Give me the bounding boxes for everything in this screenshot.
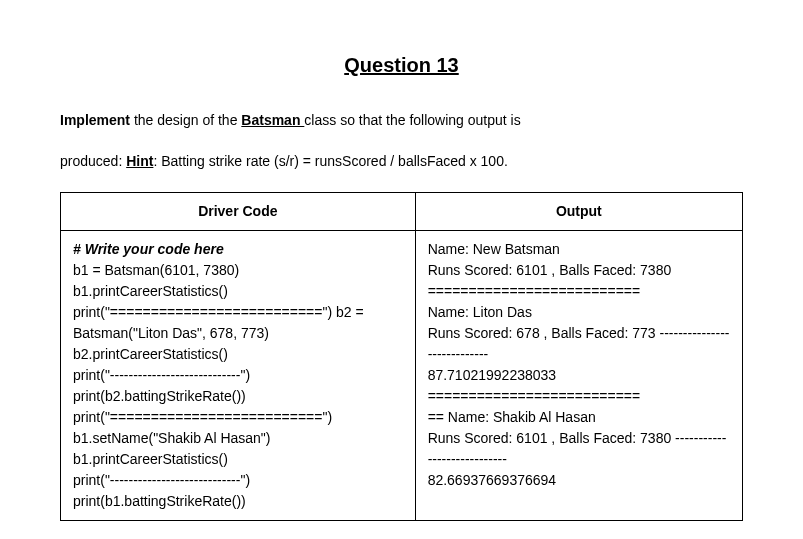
hint-prefix: produced: [60,153,126,169]
batsman-word: Batsman [241,112,304,128]
intro-text-1: the design of the [130,112,241,128]
intro-paragraph: Implement the design of the Batsman clas… [60,110,743,131]
implement-word: Implement [60,112,130,128]
hint-paragraph: produced: Hint: Batting strike rate (s/r… [60,151,743,172]
output-cell: Name: New Batsman Runs Scored: 6101 , Ba… [415,231,742,521]
driver-code-body: b1 = Batsman(6101, 7380) b1.printCareerS… [73,262,364,509]
header-output: Output [415,193,742,231]
code-comment: # Write your code here [73,241,224,257]
question-title: Question 13 [60,50,743,80]
driver-code-cell: # Write your code here b1 = Batsman(6101… [61,231,416,521]
hint-label: Hint [126,153,153,169]
hint-text: : Batting strike rate (s/r) = runsScored… [153,153,507,169]
code-output-table: Driver Code Output # Write your code her… [60,192,743,521]
intro-text-2: class so that the following output is [304,112,520,128]
header-driver-code: Driver Code [61,193,416,231]
